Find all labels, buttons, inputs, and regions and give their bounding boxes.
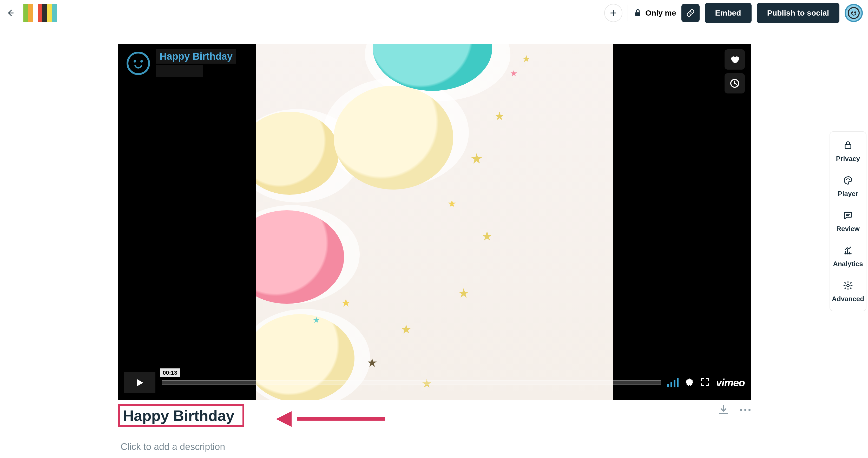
download-icon bbox=[718, 404, 729, 416]
smiley-icon bbox=[127, 52, 150, 75]
svg-rect-0 bbox=[635, 12, 640, 16]
volume-control[interactable] bbox=[668, 378, 679, 387]
title-edit-highlight bbox=[118, 404, 244, 427]
sidebar-label: Advanced bbox=[832, 295, 864, 303]
video-title-input[interactable] bbox=[123, 407, 237, 424]
fullscreen-button[interactable] bbox=[701, 378, 710, 388]
watch-later-button[interactable] bbox=[724, 73, 745, 94]
palette-icon bbox=[842, 175, 854, 186]
player-subtitle[interactable] bbox=[156, 65, 203, 77]
video-player[interactable]: Happy Birthday 00:13 bbox=[118, 44, 751, 400]
arrow-left-icon bbox=[6, 8, 15, 18]
top-bar-right: Only me Embed Publish to social bbox=[604, 0, 863, 26]
user-avatar[interactable] bbox=[845, 4, 863, 22]
sidebar-label: Privacy bbox=[836, 155, 860, 163]
sidebar-item-player[interactable]: Player bbox=[838, 175, 858, 198]
top-bar: Only me Embed Publish to social bbox=[0, 0, 868, 26]
heart-icon bbox=[730, 54, 740, 65]
svg-point-9 bbox=[849, 179, 850, 180]
clock-icon bbox=[730, 78, 740, 89]
fullscreen-icon bbox=[701, 378, 710, 387]
privacy-label: Only me bbox=[645, 8, 676, 18]
progress-bar[interactable]: 00:13 bbox=[162, 380, 661, 385]
svg-point-3 bbox=[740, 409, 742, 411]
svg-point-8 bbox=[847, 178, 848, 179]
privacy-toggle[interactable]: Only me bbox=[633, 8, 676, 18]
publish-label: Publish to social bbox=[767, 8, 829, 18]
player-controls: 00:13 vimeo bbox=[124, 370, 745, 396]
sidebar-item-analytics[interactable]: Analytics bbox=[833, 245, 863, 268]
comment-icon bbox=[842, 210, 854, 221]
more-options-button[interactable] bbox=[740, 408, 751, 413]
time-label: 00:13 bbox=[160, 368, 180, 377]
settings-button[interactable] bbox=[685, 378, 694, 388]
sidebar-item-advanced[interactable]: Advanced bbox=[832, 280, 864, 303]
brand-logo[interactable] bbox=[23, 4, 57, 22]
svg-point-4 bbox=[744, 409, 746, 411]
back-button[interactable] bbox=[5, 8, 16, 18]
link-icon bbox=[686, 8, 695, 18]
chart-icon bbox=[842, 245, 854, 256]
gear-icon bbox=[842, 280, 854, 291]
description-placeholder[interactable]: Click to add a description bbox=[121, 441, 225, 452]
lock-icon bbox=[842, 140, 854, 151]
player-title[interactable]: Happy Birthday bbox=[156, 49, 236, 64]
more-horizontal-icon bbox=[740, 408, 751, 412]
plus-icon bbox=[610, 9, 617, 17]
copy-link-button[interactable] bbox=[681, 4, 700, 22]
lock-icon bbox=[633, 8, 642, 18]
settings-sidebar: Privacy Player Review Analytics Advanced bbox=[830, 131, 866, 311]
svg-point-7 bbox=[846, 179, 847, 180]
divider bbox=[628, 5, 628, 21]
vimeo-logo[interactable]: vimeo bbox=[716, 377, 745, 389]
gear-icon bbox=[685, 378, 694, 387]
svg-point-5 bbox=[748, 409, 750, 411]
publish-button[interactable]: Publish to social bbox=[757, 3, 839, 23]
sidebar-item-privacy[interactable]: Privacy bbox=[836, 140, 860, 163]
download-button[interactable] bbox=[718, 404, 729, 417]
svg-rect-6 bbox=[845, 144, 851, 149]
video-thumbnail bbox=[256, 44, 613, 400]
below-player-row bbox=[118, 404, 751, 427]
like-button[interactable] bbox=[724, 49, 745, 70]
sidebar-item-review[interactable]: Review bbox=[836, 210, 860, 233]
player-top-actions bbox=[724, 49, 745, 94]
smiley-icon bbox=[848, 7, 860, 19]
play-icon bbox=[135, 378, 145, 388]
play-button[interactable] bbox=[124, 372, 155, 393]
sidebar-label: Analytics bbox=[833, 260, 863, 268]
embed-button[interactable]: Embed bbox=[705, 3, 751, 23]
player-header: Happy Birthday bbox=[124, 49, 236, 77]
author-avatar[interactable] bbox=[124, 49, 152, 77]
svg-point-10 bbox=[847, 284, 849, 287]
embed-label: Embed bbox=[715, 8, 741, 18]
add-button[interactable] bbox=[604, 4, 622, 22]
sidebar-label: Review bbox=[836, 225, 860, 233]
sidebar-label: Player bbox=[838, 190, 858, 198]
